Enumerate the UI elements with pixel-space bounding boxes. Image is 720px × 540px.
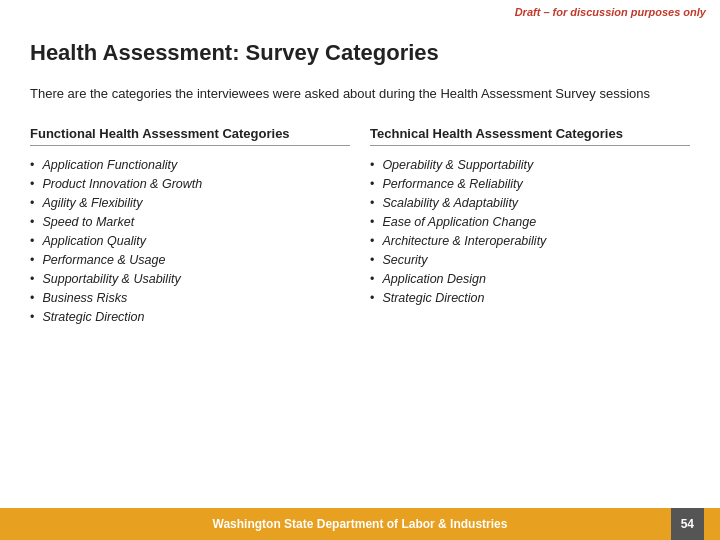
technical-header: Technical Health Assessment Categories xyxy=(370,126,690,146)
categories-section: Functional Health Assessment Categories … xyxy=(30,126,690,329)
list-item: Strategic Direction xyxy=(370,291,690,305)
list-item: Speed to Market xyxy=(30,215,350,229)
list-item: Ease of Application Change xyxy=(370,215,690,229)
list-item: Performance & Usage xyxy=(30,253,350,267)
list-item: Architecture & Interoperability xyxy=(370,234,690,248)
list-item: Business Risks xyxy=(30,291,350,305)
page-number: 54 xyxy=(671,508,704,540)
list-item: Application Design xyxy=(370,272,690,286)
list-item: Application Quality xyxy=(30,234,350,248)
list-item: Scalability & Adaptability xyxy=(370,196,690,210)
main-content: Health Assessment: Survey Categories The… xyxy=(0,10,720,349)
list-item: Strategic Direction xyxy=(30,310,350,324)
technical-list: Operability & SupportabilityPerformance … xyxy=(370,158,690,305)
list-item: Performance & Reliability xyxy=(370,177,690,191)
list-item: Agility & Flexibility xyxy=(30,196,350,210)
page-title: Health Assessment: Survey Categories xyxy=(30,40,690,66)
technical-column: Technical Health Assessment Categories O… xyxy=(370,126,690,329)
intro-text: There are the categories the interviewee… xyxy=(30,84,690,104)
list-item: Operability & Supportability xyxy=(370,158,690,172)
list-item: Security xyxy=(370,253,690,267)
list-item: Product Innovation & Growth xyxy=(30,177,350,191)
list-item: Supportability & Usability xyxy=(30,272,350,286)
functional-column: Functional Health Assessment Categories … xyxy=(30,126,370,329)
draft-banner: Draft – for discussion purposes only xyxy=(501,0,720,24)
footer-text: Washington State Department of Labor & I… xyxy=(213,517,508,531)
functional-list: Application FunctionalityProduct Innovat… xyxy=(30,158,350,324)
list-item: Application Functionality xyxy=(30,158,350,172)
functional-header: Functional Health Assessment Categories xyxy=(30,126,350,146)
footer: Washington State Department of Labor & I… xyxy=(0,508,720,540)
